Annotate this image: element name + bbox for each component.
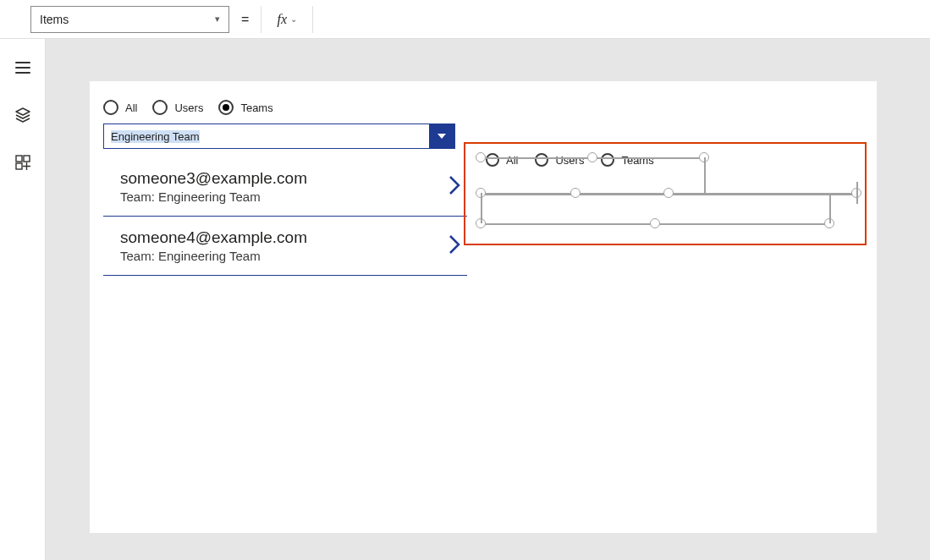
radio-all-2[interactable]: All <box>486 153 518 167</box>
chevron-down-icon <box>437 131 447 141</box>
radio-teams-1[interactable]: Teams <box>218 100 272 115</box>
radio-teams-label: Teams <box>621 154 653 167</box>
chevron-right-icon <box>447 173 462 200</box>
radio-circle-icon <box>486 153 499 167</box>
chevron-right-icon <box>447 233 462 259</box>
radio-users-1[interactable]: Users <box>152 100 203 115</box>
formula-input[interactable] <box>313 6 900 33</box>
fx-icon: fx <box>278 12 288 27</box>
selection-handle[interactable] <box>570 188 581 198</box>
formula-bar: Items ▾ = fx ⌄ <box>0 0 930 39</box>
radio-users-label: Users <box>174 102 203 114</box>
radio-all-label: All <box>506 154 518 167</box>
radio-teams-label: Teams <box>240 102 272 114</box>
svg-rect-2 <box>16 163 22 169</box>
app-canvas[interactable]: All Users Teams Engineering Team <box>90 81 877 533</box>
results-list: someone3@example.com Team: Engineering T… <box>103 157 467 276</box>
screen-1: All Users Teams Engineering Team <box>103 98 464 276</box>
filter-radio-group-2: All Users Teams <box>486 151 824 169</box>
canvas-area[interactable]: All Users Teams Engineering Team <box>46 39 930 560</box>
fx-button[interactable]: fx ⌄ <box>261 6 313 33</box>
radio-all-1[interactable]: All <box>103 100 137 115</box>
radio-circle-icon <box>601 153 614 167</box>
team-dropdown-text: Engineering Team <box>111 130 200 143</box>
selected-control-container[interactable]: All Users Teams <box>464 142 867 245</box>
team-dropdown[interactable]: Engineering Team <box>103 124 455 149</box>
list-item[interactable]: someone4@example.com Team: Engineering T… <box>103 217 467 276</box>
layers-icon[interactable] <box>14 107 31 124</box>
property-select-value: Items <box>40 13 69 26</box>
list-item-subtitle: Team: Engineering Team <box>120 249 447 263</box>
selection-outline <box>481 193 482 223</box>
radio-all-label: All <box>125 102 137 114</box>
radio-circle-icon <box>152 100 168 115</box>
chevron-down-icon: ▾ <box>215 14 220 25</box>
radio-users-2[interactable]: Users <box>535 153 584 167</box>
selection-outline <box>856 182 858 204</box>
radio-circle-icon <box>218 100 234 115</box>
team-dropdown-button[interactable] <box>429 124 454 148</box>
radio-users-label: Users <box>555 154 584 167</box>
hamburger-icon[interactable] <box>14 59 31 76</box>
team-dropdown-value: Engineering Team <box>104 124 429 148</box>
svg-rect-1 <box>24 156 30 162</box>
chevron-down-icon: ⌄ <box>290 14 297 24</box>
selection-outline <box>704 157 706 193</box>
list-item-title: someone3@example.com <box>120 169 447 188</box>
selection-handle[interactable] <box>650 218 660 228</box>
selection-handle[interactable] <box>663 188 674 198</box>
filter-radio-group-1: All Users Teams <box>103 98 464 124</box>
left-rail <box>0 39 46 560</box>
insert-icon[interactable] <box>14 154 31 171</box>
radio-circle-icon <box>535 153 548 167</box>
list-item[interactable]: someone3@example.com Team: Engineering T… <box>103 157 467 217</box>
equals-label: = <box>241 12 249 27</box>
list-item-title: someone4@example.com <box>120 228 447 247</box>
svg-rect-0 <box>16 156 22 162</box>
property-select[interactable]: Items ▾ <box>30 6 229 33</box>
radio-circle-icon <box>103 100 118 115</box>
radio-teams-2[interactable]: Teams <box>601 153 653 167</box>
selection-outline <box>829 193 831 223</box>
selection-handle[interactable] <box>476 152 486 162</box>
list-item-subtitle: Team: Engineering Team <box>120 189 447 204</box>
selection-handle[interactable] <box>587 152 597 162</box>
